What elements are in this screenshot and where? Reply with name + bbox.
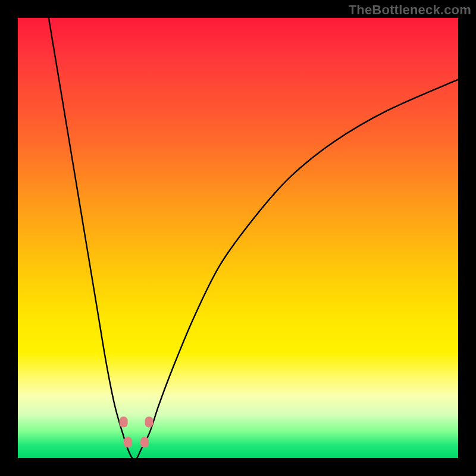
bottleneck-curve — [18, 18, 458, 458]
curve-marker — [124, 437, 132, 447]
curve-path — [49, 18, 458, 458]
curve-marker — [140, 437, 149, 447]
curve-marker — [120, 416, 128, 427]
watermark-label: TheBottleneck.com — [349, 2, 471, 18]
curve-markers — [120, 416, 154, 447]
chart-plot-area — [18, 18, 458, 458]
curve-marker — [145, 416, 154, 427]
